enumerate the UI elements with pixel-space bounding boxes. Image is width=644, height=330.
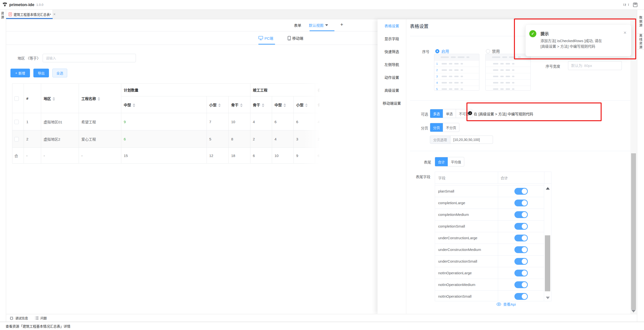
field-toggle-on[interactable] [514, 211, 528, 218]
subcolumn-backbone[interactable]: 骨干 [315, 96, 320, 113]
panel-scrollbar[interactable] [630, 19, 637, 314]
field-toggle-on[interactable] [514, 270, 528, 277]
scrollbar-thumb[interactable] [631, 153, 636, 310]
field-toggle-on[interactable] [514, 235, 528, 241]
scrollbar-thumb[interactable] [545, 235, 550, 291]
cell-value: 6 [294, 113, 315, 130]
sort-icon[interactable] [305, 103, 308, 107]
sort-icon[interactable] [284, 103, 286, 107]
sidebar-item-datasource[interactable]: 数据源 [637, 10, 644, 34]
footer-fields-label: 表尾字段 [416, 174, 430, 179]
view-api-link[interactable]: 查看Api [496, 302, 516, 307]
status-text: 查看资源「建筑工程基本情况汇总表」详情 [6, 324, 70, 329]
nav-item-quick-filter[interactable]: 快速筛选 [378, 45, 406, 58]
sort-icon[interactable] [98, 97, 100, 101]
sort-icon[interactable] [240, 103, 242, 107]
filter-input[interactable] [42, 54, 136, 62]
subcolumn-small[interactable]: 小型 [207, 96, 229, 113]
editor-tab-label: 建筑工程基本情况汇总表* [14, 12, 51, 17]
tab-mobile[interactable]: 移动端 [288, 35, 303, 41]
sidebar-item-resources[interactable]: 资源 [1, 12, 5, 19]
page-size-options-input[interactable]: [10,20,30,50,100] [450, 136, 493, 144]
scroll-down-icon[interactable] [546, 297, 550, 299]
field-toggle-on[interactable] [514, 223, 528, 230]
average-option[interactable]: 平均值 [448, 157, 464, 166]
mobile-phone-icon [288, 36, 291, 40]
sum-option[interactable]: 合计 [435, 157, 448, 166]
form-document-icon [8, 12, 12, 16]
scroll-down-icon[interactable] [631, 310, 636, 313]
success-check-icon: ✓ [529, 30, 536, 37]
row-checkbox[interactable] [14, 120, 19, 124]
inner-scrollbar[interactable] [544, 184, 551, 301]
sort-icon[interactable] [133, 103, 135, 107]
nav-item-table-settings[interactable]: 表格设置 [378, 19, 406, 32]
field-name: underConstructionLarge [435, 232, 498, 244]
column-header-region[interactable]: 地区 [41, 84, 79, 113]
select-all-button[interactable]: 全选 [52, 69, 67, 77]
table-footer-label: 表尾 [424, 159, 431, 165]
row-checkbox[interactable] [14, 137, 19, 141]
column-group-planned: 计划数量 [121, 84, 250, 96]
divider [410, 151, 631, 151]
field-toggle-on[interactable] [514, 246, 528, 253]
list-item: notInOperationSmall [435, 291, 551, 301]
subcolumn-backbone[interactable]: 骨干 [229, 96, 250, 113]
field-toggle-on[interactable] [514, 258, 528, 265]
nav-item-display-fields[interactable]: 显示字段 [378, 32, 406, 45]
editor-tab-active[interactable]: 建筑工程基本情况汇总表* × [6, 10, 53, 19]
subcolumn-small[interactable]: 小型 [294, 96, 315, 113]
field-toggle-on[interactable] [514, 200, 528, 206]
save-icon[interactable] [633, 2, 638, 7]
cell-value: 9 [121, 113, 207, 130]
paged-option[interactable]: 分页 [430, 123, 443, 132]
sort-icon[interactable] [52, 97, 55, 101]
tab-default-view[interactable]: 默认视图 [309, 23, 328, 28]
problems-tab[interactable]: 问题 [35, 316, 47, 320]
pagination-segmented: 分页 不分页 [430, 123, 459, 132]
subcolumn-medium[interactable]: 中型 [272, 96, 294, 113]
tab-form[interactable]: 表单 [294, 23, 301, 28]
single-select-option[interactable]: 单选 [443, 109, 456, 118]
chevron-down-icon [325, 24, 328, 26]
sort-icon[interactable] [218, 103, 221, 107]
field-toggle-on[interactable] [514, 281, 528, 288]
nav-item-mobile-settings[interactable]: 移动端设置 [378, 97, 406, 109]
sort-icon[interactable] [262, 103, 264, 107]
sequence-disable-radio[interactable]: 禁用 [486, 48, 500, 54]
nav-item-action-settings[interactable]: 动作设置 [378, 71, 406, 84]
cell-value: 7 [207, 113, 229, 130]
data-table: # 地区 工程名称 计划数量 竣工工程 在建工程 中型 小型 骨干 骨干 中型 … [12, 83, 320, 165]
export-button[interactable]: 导出 [33, 69, 49, 77]
column-header-index[interactable]: # [24, 84, 41, 113]
field-toggle-on[interactable] [514, 293, 528, 300]
close-icon[interactable]: × [624, 30, 626, 35]
tab-pc[interactable]: PC端 [258, 35, 273, 41]
subcolumn-backbone[interactable]: 骨干 [250, 96, 272, 113]
sequence-width-input[interactable] [568, 61, 622, 70]
debug-info-label: 调试信息 [15, 316, 28, 320]
multi-select-option[interactable]: 多选 [430, 109, 443, 118]
tab-close-icon[interactable]: × [53, 12, 56, 16]
list-item: completionSmall [435, 221, 551, 232]
nav-item-advanced-settings[interactable]: 高级设置 [378, 84, 406, 97]
right-sidebar-strip: 数据源 离线资源 [637, 10, 644, 322]
subcolumn-medium[interactable]: 中型 [121, 96, 207, 113]
sequence-disabled-preview [486, 54, 531, 90]
sidebar-item-offline-resources[interactable]: 离线资源 [637, 34, 644, 50]
field-toggle-on[interactable] [514, 188, 528, 195]
sequence-enable-radio[interactable]: 启用 [435, 48, 449, 54]
not-paged-option[interactable]: 不分页 [443, 123, 459, 132]
debug-info-tab[interactable]: 调试信息 [10, 316, 28, 320]
list-item: notInOperationMedium [435, 279, 551, 291]
titlebar-glyph-icons[interactable]: îž î [623, 3, 630, 6]
add-view-button[interactable]: + [340, 22, 343, 27]
nav-item-left-nav[interactable]: 左侧导航 [378, 58, 406, 71]
cell-value: 2 [250, 130, 272, 148]
select-all-checkbox[interactable] [14, 96, 19, 101]
scroll-up-icon[interactable] [546, 187, 550, 190]
column-header-project[interactable]: 工程名称 [79, 84, 121, 113]
add-row-button[interactable]: + 新增 [10, 69, 30, 77]
column-group-under-construction: 在建工程 [315, 84, 320, 96]
column-group-completed: 竣工工程 [250, 84, 315, 96]
